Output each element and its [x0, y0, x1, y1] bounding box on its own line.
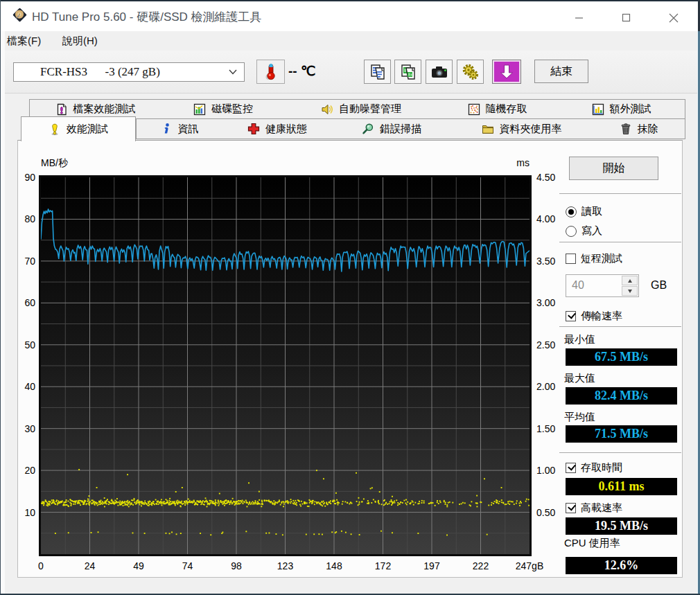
axis-tick-label: 50 — [12, 339, 35, 350]
spinner-down-button[interactable] — [622, 286, 638, 296]
tab-label: 檔案效能測試 — [73, 103, 136, 116]
tab-folder-usage[interactable]: 資料夾使用率 — [450, 118, 593, 139]
axis-tick-label: 222 — [453, 560, 509, 571]
gears-icon — [462, 64, 480, 80]
copy-image-icon — [400, 64, 417, 80]
tab-label: 效能測試 — [67, 123, 108, 136]
burst-rate-value: 19.5 MB/s — [566, 517, 677, 535]
axis-tick-label: 70 — [12, 256, 35, 267]
benchmark-icon — [49, 123, 61, 136]
axis-tick-label: 4.00 — [536, 213, 555, 224]
disk-monitor-icon — [193, 103, 206, 116]
error-scan-icon — [362, 123, 374, 135]
axis-tick-label: 197 — [404, 560, 460, 571]
axis-tick-label: 30 — [12, 423, 35, 434]
erase-icon — [620, 123, 632, 135]
temperature-button[interactable] — [256, 60, 285, 84]
save-results-button[interactable] — [492, 60, 521, 84]
read-radio-label: 讀取 — [581, 205, 602, 218]
transfer-rate-row[interactable]: 傳輸速率 — [566, 310, 622, 323]
axis-tick-label: 49 — [111, 560, 166, 571]
tab-disk-monitor[interactable]: 磁碟監控 — [161, 99, 286, 119]
axis-tick-label: 4.50 — [536, 172, 555, 183]
aam-settings-button[interactable] — [457, 60, 484, 84]
drive-select-value: FCR-HS3 -3 (247 gB) — [40, 65, 160, 79]
axis-tick-label: 148 — [306, 560, 362, 571]
chart-plot-area — [39, 175, 532, 556]
thermometer-icon — [264, 63, 278, 81]
app-icon — [12, 8, 27, 22]
temperature-value: -- ℃ — [288, 63, 315, 79]
access-time-value: 0.611 ms — [566, 478, 677, 495]
minimize-button[interactable] — [563, 3, 595, 33]
axis-tick-label: 98 — [209, 560, 264, 571]
axis-tick-label: 2.00 — [536, 381, 555, 392]
start-button[interactable]: 開始 — [569, 157, 658, 180]
tab-label: 錯誤掃描 — [380, 123, 421, 136]
axis-tick-label: 60 — [12, 297, 35, 308]
transfer-rate-checkbox[interactable] — [566, 311, 576, 321]
write-radio[interactable] — [566, 226, 577, 237]
cpu-usage-value: 12.6% — [566, 557, 677, 574]
axis-tick-label: 1.50 — [536, 423, 555, 434]
minimum-value: 67.5 MB/s — [566, 348, 677, 366]
axis-tick-label: 80 — [12, 213, 35, 224]
maximize-button[interactable] — [610, 3, 642, 33]
tab-extra-tests[interactable]: 額外測試 — [558, 99, 685, 119]
tab-info[interactable]: 資訊 — [136, 118, 222, 139]
random-access-icon — [468, 103, 480, 116]
tab-random-access[interactable]: 隨機存取 — [437, 99, 559, 119]
separator — [559, 193, 681, 194]
separator — [559, 452, 681, 453]
window-title: HD Tune Pro 5.60 - 硬碟/SSD 檢測維護工具 — [32, 9, 262, 25]
axis-tick-label: 1.00 — [536, 465, 555, 476]
read-radio-row[interactable]: 讀取 — [566, 205, 602, 218]
average-value: 71.5 MB/s — [566, 425, 677, 443]
menu-item-help[interactable]: 說明(H) — [55, 33, 105, 48]
cpu-usage-label: CPU 使用率 — [564, 537, 620, 550]
tab-benchmark-active[interactable]: 效能測試 — [21, 116, 136, 141]
write-radio-row[interactable]: 寫入 — [566, 224, 602, 238]
aam-speaker-icon — [321, 103, 333, 116]
drive-select-combobox[interactable]: FCR-HS3 -3 (247 gB) — [13, 62, 245, 82]
tab-error-scan[interactable]: 錯誤掃描 — [333, 118, 451, 139]
close-button[interactable] — [657, 3, 690, 33]
toolbar: FCR-HS3 -3 (247 gB) -- ℃ — [0, 51, 700, 94]
short-test-row[interactable]: 短程測試 — [566, 252, 622, 265]
copy-text-button[interactable] — [364, 60, 391, 84]
access-time-checkbox[interactable] — [566, 463, 576, 473]
tab-auto-acoustic[interactable]: 自動噪聲管理 — [286, 99, 437, 119]
left-axis-unit-label: MB/秒 — [41, 157, 68, 170]
capacity-unit-label: GB — [651, 279, 667, 292]
axis-tick-label: 10 — [12, 507, 35, 518]
exit-button[interactable]: 結束 — [534, 60, 588, 83]
short-test-checkbox[interactable] — [566, 254, 576, 264]
axis-tick-label: 123 — [258, 560, 313, 571]
write-radio-label: 寫入 — [581, 224, 602, 238]
maximum-value: 82.4 MB/s — [566, 387, 677, 405]
read-radio[interactable] — [566, 206, 577, 217]
burst-rate-row[interactable]: 高載速率 — [566, 501, 622, 515]
copy-image-button[interactable] — [394, 60, 421, 84]
start-button-label: 開始 — [603, 161, 625, 176]
info-icon — [160, 123, 173, 135]
tab-label: 健康狀態 — [265, 123, 307, 136]
tab-label: 隨機存取 — [486, 103, 527, 116]
spinner-up-button[interactable] — [622, 276, 638, 285]
axis-tick-label: 3.50 — [536, 256, 555, 267]
axis-tick-label: 2.50 — [536, 339, 555, 350]
axis-tick-label: 0.50 — [536, 507, 555, 518]
tab-health[interactable]: 健康狀態 — [222, 118, 333, 139]
right-axis-unit-label: ms — [496, 157, 530, 168]
capacity-input[interactable]: 40 — [566, 274, 639, 297]
axis-tick-label: 20 — [12, 465, 35, 476]
benchmark-chart — [41, 177, 530, 554]
benchmark-page: MB/秒 ms 908070605040302010 4.504.003.503… — [17, 140, 683, 578]
menu-bar: 檔案(F) 說明(H) — [0, 31, 700, 51]
screenshot-button[interactable] — [426, 60, 453, 84]
access-time-row[interactable]: 存取時間 — [566, 461, 622, 474]
tab-erase[interactable]: 抹除 — [593, 118, 685, 139]
menu-item-file[interactable]: 檔案(F) — [0, 33, 48, 48]
titlebar: HD Tune Pro 5.60 - 硬碟/SSD 檢測維護工具 — [0, 1, 700, 31]
burst-rate-checkbox[interactable] — [566, 503, 576, 513]
